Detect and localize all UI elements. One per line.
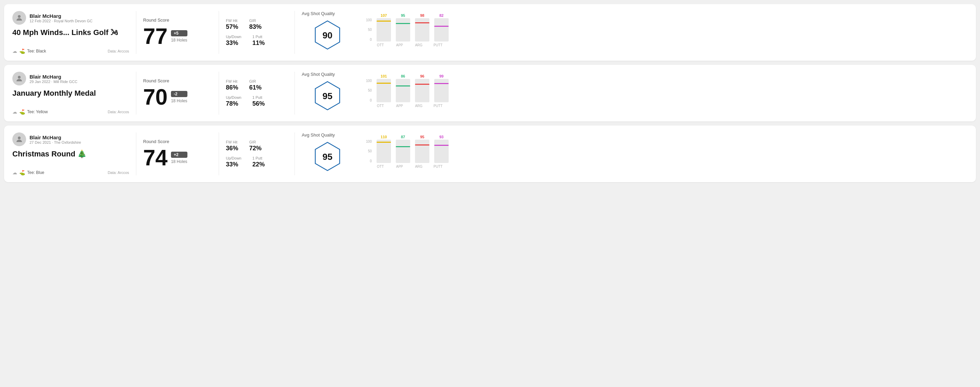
round-card-round3: Blair McHarg 27 Dec 2021 · The Oxfordshi… (4, 125, 976, 182)
user-details: Blair McHarg 29 Jan 2022 · Mill Ride GCC (30, 74, 77, 84)
quality-label: Avg Shot Quality (302, 72, 335, 77)
updown-label: Up/Down (226, 35, 241, 39)
user-meta: 27 Dec 2021 · The Oxfordshire (30, 140, 81, 144)
one-putt-stat: 1 Putt 56% (252, 95, 265, 107)
divider2 (219, 11, 219, 54)
stats-row-bottom: Up/Down 33% 1 Putt 22% (226, 156, 288, 168)
svg-text:95: 95 (323, 152, 332, 162)
card-footer: ☁ ⛳ Tee: Black Data: Arccos (12, 48, 129, 54)
data-source: Data: Arccos (108, 49, 129, 53)
avatar (12, 132, 26, 146)
fw-hit-value: 36% (226, 145, 238, 152)
updown-label: Up/Down (226, 156, 241, 160)
score-label: Round Score (143, 78, 212, 83)
fw-hit-stat: FW Hit 36% (226, 140, 238, 152)
divider (136, 132, 136, 175)
fw-hit-stat: FW Hit 86% (226, 79, 238, 91)
hexagon-container: 95 (312, 80, 346, 114)
fw-hit-label: FW Hit (226, 140, 238, 144)
fw-hit-value: 57% (226, 23, 238, 30)
one-putt-label: 1 Putt (252, 156, 265, 160)
quality-label: Avg Shot Quality (302, 11, 335, 16)
round-title: Christmas Round 🎄 (12, 149, 129, 159)
weather-icon: ☁ (12, 170, 17, 175)
one-putt-value: 22% (252, 161, 265, 168)
chart-section: 100 50 0 101 86 96 99 (356, 72, 968, 114)
tee-info: ☁ ⛳ Tee: Yellow (12, 109, 48, 114)
gir-stat: GIR 72% (249, 140, 262, 152)
fw-hit-value: 86% (226, 84, 238, 91)
divider (136, 11, 136, 54)
bag-icon: ⛳ (19, 170, 25, 175)
score-badge: +2 (171, 152, 187, 158)
user-name: Blair McHarg (30, 74, 77, 79)
round-card-round1: Blair McHarg 12 Feb 2022 · Royal North D… (4, 4, 976, 61)
stats-row-bottom: Up/Down 78% 1 Putt 56% (226, 95, 288, 107)
tee-label: Tee: Black (27, 49, 46, 54)
stats-section: FW Hit 36% GIR 72% Up/Down 33% 1 Putt 22… (226, 132, 288, 175)
score-number: 77 (143, 25, 167, 48)
score-label: Round Score (143, 17, 212, 23)
score-detail: +5 18 Holes (171, 30, 187, 43)
user-meta: 29 Jan 2022 · Mill Ride GCC (30, 79, 77, 84)
chart-section: 100 50 0 107 95 98 82 (356, 11, 968, 54)
gir-stat: GIR 83% (249, 19, 262, 30)
one-putt-label: 1 Putt (252, 95, 265, 100)
updown-stat: Up/Down 33% (226, 35, 241, 47)
card-left-round2: Blair McHarg 29 Jan 2022 · Mill Ride GCC… (12, 72, 129, 114)
quality-section: Avg Shot Quality 95 (302, 132, 356, 175)
avatar (12, 72, 26, 86)
updown-value: 33% (226, 40, 241, 47)
stats-row-top: FW Hit 36% GIR 72% (226, 140, 288, 152)
chart-section: 100 50 0 110 87 95 93 (356, 132, 968, 175)
one-putt-label: 1 Putt (252, 35, 265, 39)
svg-point-6 (18, 136, 21, 139)
divider (136, 72, 136, 114)
score-row: 77 +5 18 Holes (143, 25, 212, 48)
stats-section: FW Hit 86% GIR 61% Up/Down 78% 1 Putt 56… (226, 72, 288, 114)
score-row: 70 -2 18 Holes (143, 86, 212, 108)
updown-label: Up/Down (226, 95, 241, 100)
card-left-round3: Blair McHarg 27 Dec 2021 · The Oxfordshi… (12, 132, 129, 175)
weather-icon: ☁ (12, 48, 17, 54)
one-putt-value: 11% (252, 40, 265, 47)
quality-label: Avg Shot Quality (302, 132, 335, 138)
gir-label: GIR (249, 79, 262, 83)
svg-text:90: 90 (323, 30, 332, 40)
score-section: Round Score 70 -2 18 Holes (143, 72, 212, 114)
score-holes: 18 Holes (171, 38, 187, 43)
data-source: Data: Arccos (108, 110, 129, 114)
score-holes: 18 Holes (171, 98, 187, 103)
svg-point-0 (18, 15, 21, 18)
updown-stat: Up/Down 33% (226, 156, 241, 168)
weather-icon: ☁ (12, 109, 17, 114)
user-name: Blair McHarg (30, 135, 81, 140)
score-badge: -2 (171, 91, 187, 97)
stats-row-top: FW Hit 57% GIR 83% (226, 19, 288, 30)
one-putt-stat: 1 Putt 22% (252, 156, 265, 168)
card-footer: ☁ ⛳ Tee: Blue Data: Arccos (12, 170, 129, 175)
gir-value: 83% (249, 23, 262, 30)
fw-hit-label: FW Hit (226, 79, 238, 83)
user-details: Blair McHarg 12 Feb 2022 · Royal North D… (30, 13, 92, 23)
round-title: 40 Mph Winds... Links Golf 🌬 (12, 28, 129, 37)
divider3 (294, 72, 295, 114)
one-putt-value: 56% (252, 100, 265, 107)
divider2 (219, 132, 219, 175)
tee-info: ☁ ⛳ Tee: Black (12, 48, 46, 54)
round-card-round2: Blair McHarg 29 Jan 2022 · Mill Ride GCC… (4, 65, 976, 121)
score-section: Round Score 74 +2 18 Holes (143, 132, 212, 175)
divider2 (219, 72, 219, 114)
avatar (12, 11, 26, 25)
user-details: Blair McHarg 27 Dec 2021 · The Oxfordshi… (30, 135, 81, 144)
score-detail: +2 18 Holes (171, 152, 187, 164)
svg-point-3 (18, 76, 21, 79)
score-number: 74 (143, 147, 167, 169)
gir-label: GIR (249, 140, 262, 144)
score-label: Round Score (143, 139, 212, 144)
round-title: January Monthly Medal (12, 89, 129, 98)
tee-label: Tee: Blue (27, 170, 44, 175)
gir-label: GIR (249, 19, 262, 23)
tee-label: Tee: Yellow (27, 109, 48, 114)
updown-stat: Up/Down 78% (226, 95, 241, 107)
